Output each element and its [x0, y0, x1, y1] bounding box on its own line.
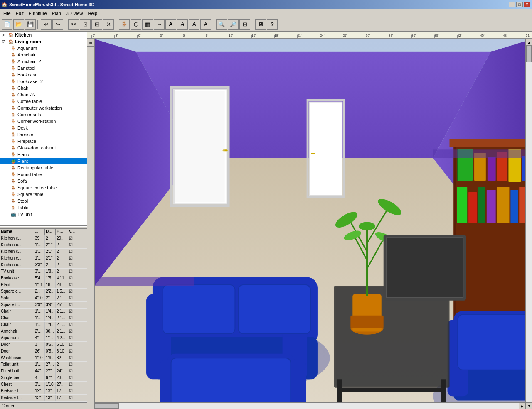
tree-item-tvunit[interactable]: 📺TV unit [0, 211, 87, 218]
prop-row[interactable]: Door 26' 0'5... 6'10 ☑ [0, 348, 87, 355]
toolbar-paste[interactable]: ⊞ [91, 19, 102, 30]
toolbar-add-text2[interactable]: A [177, 19, 188, 30]
prop-row[interactable]: Toilet unit 1'... 27... 2 ☑ [0, 362, 87, 368]
toolbar-open[interactable]: 📂 [13, 19, 24, 30]
prop-row[interactable]: Chair 1'... 1'4... 2'1... ☑ [0, 322, 87, 328]
toolbar-help[interactable]: ? [267, 19, 278, 30]
close-button[interactable]: ✕ [524, 2, 530, 7]
tree-item-bookcase[interactable]: 🪑Bookcase [0, 71, 87, 78]
prop-row[interactable]: Bedside t... 13" 13" 17... ☑ [0, 388, 87, 395]
tree-item-bookcase2[interactable]: 🪑Bookcase -2- [0, 78, 87, 85]
toolbar-copy[interactable]: ⊡ [80, 19, 91, 30]
prop-row[interactable]: Door 3 0'5... 6'10 ☑ [0, 342, 87, 348]
prop-row[interactable]: Kitchen c... 1'... 2'1" 2 ☑ [0, 242, 87, 249]
tree-item-kitchen[interactable]: ▷ 🏠 Kitchen [0, 32, 87, 38]
hscroll-thumb[interactable] [94, 403, 119, 409]
toolbar-save[interactable]: 💾 [25, 19, 36, 30]
prop-row[interactable]: Bookcase... 5'4 1'5 4'11 ☑ [0, 275, 87, 282]
prop-row[interactable]: Kitchen c... 3'3" 2 2 ☑ [0, 262, 87, 269]
tree-item-aquarium[interactable]: 🪑Aquarium [0, 45, 87, 51]
tree-item-fireplace[interactable]: 🪑Fireplace [0, 138, 87, 144]
menu-plan[interactable]: Plan [49, 10, 64, 17]
toolbar-add-text4[interactable]: A [200, 19, 211, 30]
prop-row[interactable]: Kitchen c... 1'... 2'1" 2 ☑ [0, 249, 87, 255]
toolbar-new[interactable]: 📄 [2, 19, 12, 30]
tree-item-glasscabinet[interactable]: 🪑Glass-door cabinet [0, 144, 87, 151]
tree-item-recttable[interactable]: 🪑Rectangular table [0, 164, 87, 171]
prop-row[interactable]: Washbasin 1'10 1'6... 32 ☑ [0, 355, 87, 362]
prop-row[interactable]: Sofa 4'10 2'1... 2'1... ☑ [0, 295, 87, 302]
tree-item-armchair2[interactable]: 🪑Armchair -2- [0, 58, 87, 65]
prop-row[interactable]: TV unit 3'... 1'8... 2 ☑ [0, 269, 87, 275]
tree-item-living-room[interactable]: ▽ 🏠 Living room [0, 38, 87, 45]
vscroll-track[interactable] [526, 46, 532, 402]
vscroll-down[interactable]: ▼ [526, 402, 532, 409]
menu-furniture[interactable]: Furniture [26, 10, 49, 17]
toolbar-zoom-out[interactable]: 🔎 [228, 19, 239, 30]
toolbar-undo[interactable]: ↩ [41, 19, 52, 30]
toolbar-zoom-in[interactable]: 🔍 [216, 19, 227, 30]
tree-item-chair2[interactable]: 🪑Chair -2- [0, 91, 87, 98]
vertical-scrollbar[interactable]: ▲ ▼ [525, 39, 532, 409]
hscroll-right[interactable]: ▶ [519, 403, 525, 409]
tree-item-piano[interactable]: 🪑Piano [0, 151, 87, 158]
tree-item-computerws[interactable]: 🪑Computer workstation [0, 105, 87, 111]
prop-row[interactable]: Armchair 2'... 30... 2'1... ☑ [0, 328, 87, 335]
prop-row[interactable]: Single bed 4 67" 23... ☑ [0, 375, 87, 382]
toolbar-add-text3[interactable]: A [189, 19, 200, 30]
prop-table[interactable]: Kitchen c... 39 2 29... ☑ Kitchen c... 1… [0, 235, 87, 402]
tree-item-sofa[interactable]: 🪑Sofa [0, 178, 87, 184]
menu-file[interactable]: File [1, 10, 13, 17]
prop-row[interactable]: Chair 1'... 1'4... 2'1... ☑ [0, 315, 87, 322]
svg-rect-11 [309, 102, 342, 196]
tree-item-dresser[interactable]: 🪑Dresser [0, 131, 87, 138]
menu-edit[interactable]: Edit [13, 10, 26, 17]
toolbar-add-dimension[interactable]: ↔ [154, 19, 165, 30]
tree-item-table[interactable]: 🪑Table [0, 204, 87, 211]
vscroll-up[interactable]: ▲ [526, 39, 532, 46]
prop-row[interactable]: Kitchen c... 39 2 29... ☑ [0, 235, 87, 242]
tree-item-stool[interactable]: 🪑Stool [0, 198, 87, 204]
toolbar-add-wall[interactable]: ▦ [142, 19, 153, 30]
tree-item-coffeetable[interactable]: 🪑Coffee table [0, 98, 87, 105]
tree-item-cornerws[interactable]: 🪑Corner workstation [0, 118, 87, 125]
toolbar-add-furniture[interactable]: 🪑 [119, 19, 130, 30]
menu-3dview[interactable]: 3D View [64, 10, 86, 17]
tree-item-squarecoffee[interactable]: 🪑Square coffee table [0, 184, 87, 191]
prop-row[interactable]: Square c... 2... 2'2... 1'5... ☑ [0, 289, 87, 295]
menu-help[interactable]: Help [86, 10, 100, 17]
toolbar-plan3d[interactable]: 🖥 [255, 19, 266, 30]
view3d[interactable]: -6'-3'-0'3'6'9'12'15'18'21'24'27'30'33'3… [87, 32, 532, 409]
horizontal-scrollbar[interactable]: ◀ ▶ [87, 402, 525, 409]
tree-item-plant[interactable]: 🪴Plant [0, 158, 87, 164]
prop-cell-depth: 1'... [34, 322, 45, 328]
tree-item-roundtable[interactable]: 🪑Round table [0, 171, 87, 178]
toolbar-add-room[interactable]: ⬡ [131, 19, 141, 30]
toolbar-delete[interactable]: ✕ [103, 19, 114, 30]
tree-item-armchair[interactable]: 🪑Armchair [0, 51, 87, 58]
prop-row[interactable]: Plant 1'11 18 28 ☑ [0, 282, 87, 289]
tree-item-chair[interactable]: 🪑Chair [0, 85, 87, 91]
toolbar-add-text[interactable]: A [165, 19, 176, 30]
minimize-button[interactable]: — [509, 2, 515, 7]
svg-rect-34 [519, 187, 525, 223]
prop-row[interactable]: Kitchen c... 1'... 2'1" 2 ☑ [0, 255, 87, 262]
tree-item-squaretable[interactable]: 🪑Square table [0, 191, 87, 198]
tree-item-cornersofa[interactable]: 🪑Corner sofa [0, 111, 87, 118]
prop-row[interactable]: Fitted bath 44" 27" 24" ☑ [0, 368, 87, 375]
vscroll-thumb[interactable] [526, 46, 532, 62]
tree-view[interactable]: ▷ 🏠 Kitchen ▽ 🏠 Living room 🪑Aquarium 🪑A… [0, 32, 87, 226]
toolbar-redo[interactable]: ↪ [52, 19, 63, 30]
prop-row[interactable]: Aquarium 4'1 1'1... 4'2... ☑ [0, 335, 87, 342]
tree-item-desk[interactable]: 🪑Desk [0, 125, 87, 131]
prop-row[interactable]: Bedside t... 13" 13" 17... ☑ [0, 395, 87, 402]
tree-item-barstool[interactable]: 🪑Bar stool [0, 65, 87, 71]
menubar: File Edit Furniture Plan 3D View Help [0, 9, 532, 17]
prop-row[interactable]: Chest 3'... 1'10 27... ☑ [0, 382, 87, 388]
prop-row[interactable]: Square t... 3'9" 3'9" 25' ☑ [0, 302, 87, 309]
maximize-button[interactable]: □ [516, 2, 523, 7]
toolbar-zoom-fit[interactable]: ⊟ [239, 19, 250, 30]
prop-row[interactable]: Chair 1'... 1'4... 2'1... ☑ [0, 309, 87, 315]
hscroll-track[interactable] [94, 403, 519, 409]
toolbar-cut[interactable]: ✂ [68, 19, 79, 30]
